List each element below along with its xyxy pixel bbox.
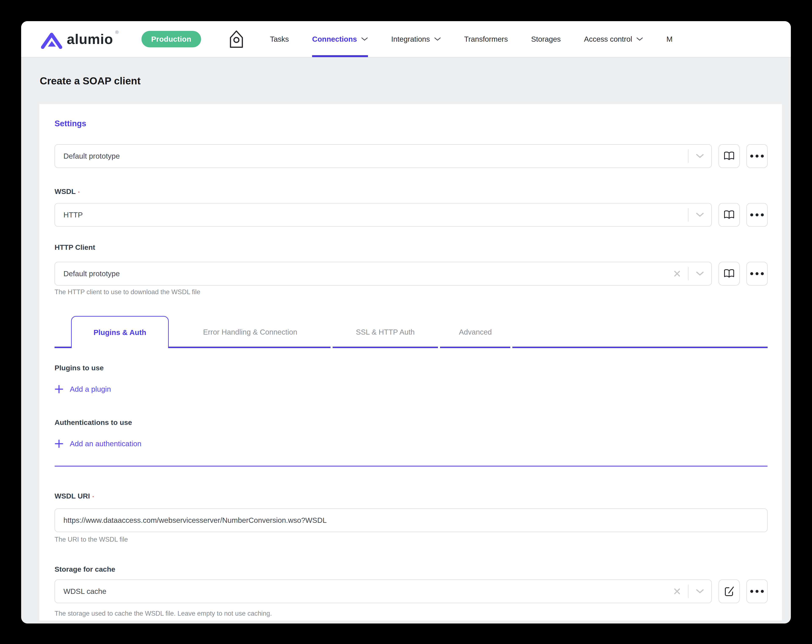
chevron-down-icon[interactable] [688,154,711,159]
chevron-down-icon[interactable] [688,212,711,217]
book-icon [723,151,735,161]
app-window: alumio ® Production Tasks Connections [21,21,791,624]
storage-help: The storage used to cache the WSDL file.… [55,609,768,618]
documentation-button[interactable] [719,203,740,227]
nav-item-access-control[interactable]: Access control [584,21,643,57]
wsdl-uri-help: The URI to the WSDL file [55,536,768,543]
chevron-down-icon [636,37,643,41]
more-actions-button[interactable] [746,580,768,603]
wsdl-uri-value: https://www.dataaccess.com/webservicesse… [63,516,327,525]
add-plugin-button[interactable]: Add a plugin [55,384,111,394]
required-asterisk: * [92,496,94,499]
nav-item-truncated[interactable]: M [666,21,672,57]
nav-item-transformers[interactable]: Transformers [464,21,508,57]
registered-mark: ® [115,30,119,35]
http-client-select-value: Default prototype [63,269,120,278]
http-client-help: The HTTP client to use to download the W… [55,288,768,296]
more-actions-button[interactable] [746,144,768,168]
top-navigation-bar: alumio ® Production Tasks Connections [21,21,791,58]
http-client-label-row: HTTP Client [55,243,768,252]
screen: { "header": { "logo": { "text": "alumio"… [0,0,812,644]
more-actions-button[interactable] [746,203,768,227]
chevron-down-icon[interactable] [688,589,711,594]
add-plugin-label: Add a plugin [70,384,111,394]
more-actions-button[interactable] [746,262,768,285]
chevron-down-icon[interactable] [688,272,711,276]
tab-ssl-http-auth[interactable]: SSL & HTTP Auth [356,328,415,336]
chevron-down-icon [361,37,368,41]
tab-underline-segment [512,346,768,348]
storage-field-row: WDSL cache [55,580,768,603]
page-title-bar: Create a SOAP client [21,58,791,104]
settings-card: Settings Default prototype [39,104,782,621]
ellipsis-icon [750,272,764,275]
tab-underline-segment [333,346,438,348]
clear-icon[interactable] [674,270,681,277]
http-client-label: HTTP Client [55,243,95,251]
book-icon [723,269,735,279]
edit-icon [723,586,735,597]
wsdl-label: WSDL [55,188,76,195]
storage-label-row: Storage for cache [55,565,768,574]
storage-label: Storage for cache [55,565,115,573]
plus-icon [55,439,63,448]
wsdl-field-row: HTTP [55,203,768,227]
page-title: Create a SOAP client [40,75,140,87]
environment-badge: Production [142,31,201,47]
wsdl-select-value: HTTP [63,211,83,219]
clear-icon[interactable] [674,588,681,595]
wsdl-uri-input[interactable]: https://www.dataaccess.com/webservicesse… [55,508,768,532]
prototype-select[interactable]: Default prototype [55,144,712,168]
ellipsis-icon [750,590,764,593]
ellipsis-icon [750,155,764,157]
documentation-button[interactable] [719,144,740,168]
home-icon [228,30,245,49]
wsdl-uri-label-row: WSDL URI* [55,491,768,501]
auth-section-title: Authentications to use [55,418,768,427]
http-client-field-row: Default prototype [55,262,768,285]
tab-plugins-auth[interactable]: Plugins & Auth [71,316,169,348]
ellipsis-icon [750,214,764,216]
home-button[interactable] [228,30,245,49]
section-heading: Settings [55,119,768,128]
wsdl-select[interactable]: HTTP [55,203,712,227]
chevron-down-icon [434,37,441,41]
plugins-section-title: Plugins to use [55,363,768,372]
book-icon [723,210,735,220]
storage-select-value: WDSL cache [63,587,106,595]
storage-select[interactable]: WDSL cache [55,580,712,603]
prototype-field-row: Default prototype [55,144,768,168]
http-client-select[interactable]: Default prototype [55,262,712,285]
alumio-logo-mark-icon [40,29,63,49]
alumio-logo-text: alumio [67,32,113,46]
nav-item-connections[interactable]: Connections [312,21,368,57]
wsdl-uri-label: WSDL URI [55,492,90,500]
add-authentication-label: Add an authentication [70,439,142,449]
tab-error-handling-connection[interactable]: Error Handling & Connection [203,328,297,336]
edit-button[interactable] [719,580,740,603]
prototype-select-value: Default prototype [63,152,120,160]
tab-advanced[interactable]: Advanced [459,328,492,336]
required-asterisk: * [78,191,79,195]
main-nav: Tasks Connections Integrations Transform… [270,21,673,57]
add-authentication-button[interactable]: Add an authentication [55,439,142,449]
settings-tabs: Plugins & Auth Error Handling & Connecti… [55,316,768,348]
wsdl-label-row: WSDL* [55,187,768,196]
plus-icon [55,385,63,394]
documentation-button[interactable] [719,262,740,285]
nav-item-storages[interactable]: Storages [531,21,561,57]
section-divider [55,466,768,467]
nav-item-integrations[interactable]: Integrations [391,21,441,57]
tab-underline-segment [440,346,510,348]
nav-item-tasks[interactable]: Tasks [270,21,289,57]
alumio-logo[interactable]: alumio ® [40,21,119,57]
